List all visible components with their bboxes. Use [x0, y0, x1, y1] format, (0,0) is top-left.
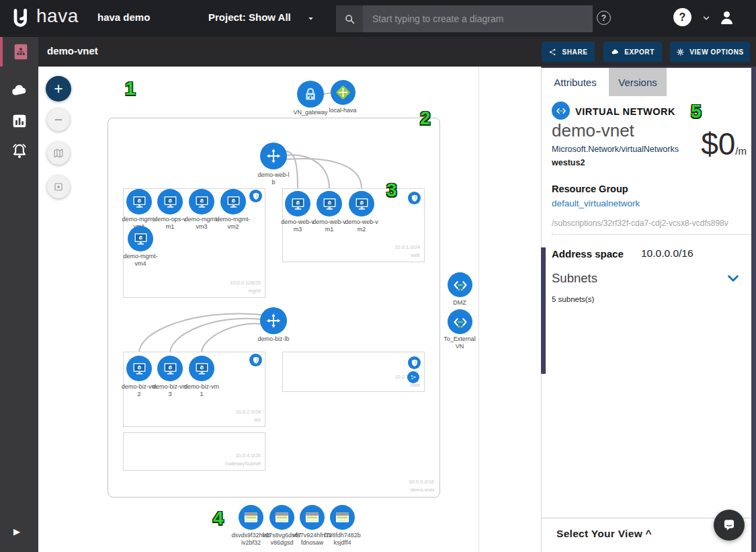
zoom-out-button[interactable]: − [47, 108, 70, 131]
resource-type-label: VIRTUAL NETWORK [575, 106, 675, 117]
vm-node[interactable] [189, 356, 214, 381]
vm-label: demo-ops-vm1 [152, 216, 188, 231]
subnet-data[interactable]: 10.0.3.0/24 data [282, 352, 425, 392]
attributes-panel: Attributes Versions VIRTUAL NETWORK demo… [541, 67, 756, 552]
cloud-export-icon [611, 48, 620, 56]
zoom-out-label: − [54, 112, 62, 128]
vm-label: demo-mgmt-vm2 [215, 216, 251, 231]
vm-icon [132, 230, 150, 248]
annotation-3: 3 [386, 180, 397, 201]
storage-account-node[interactable] [269, 505, 294, 530]
sidebar-expand-icon[interactable]: ▶ [13, 526, 20, 537]
share-button[interactable]: SHARE [542, 42, 595, 62]
vm-node[interactable] [128, 226, 153, 251]
lock-gateway-icon [301, 85, 320, 104]
nsg-shield-icon[interactable] [408, 356, 421, 369]
vm-node[interactable] [157, 356, 183, 381]
biz-cidr: 10.0.2.0/24 [235, 408, 261, 416]
resource-group-link[interactable]: default_virtualnetwork [552, 198, 640, 208]
storage-account-node[interactable] [300, 505, 325, 530]
vm-icon [130, 193, 149, 211]
fit-view-button[interactable] [47, 175, 70, 198]
biz-lb-node[interactable] [260, 307, 287, 334]
annotation-1: 1 [125, 78, 136, 100]
vm-icon [353, 195, 371, 213]
create-diagram-search-input[interactable] [363, 5, 593, 32]
project-selector[interactable]: Project: Show All [208, 11, 291, 23]
load-balancer-icon [264, 147, 283, 165]
annotation-4: 4 [213, 508, 224, 529]
gatewaysubnet-cidr: 10.0.4.0/24 [225, 452, 261, 460]
address-space-value: 10.0.0.0/16 [641, 247, 694, 260]
vm-node[interactable] [157, 189, 183, 214]
help-filled-icon[interactable]: ? [673, 8, 691, 26]
tab-versions[interactable]: Versions [609, 68, 667, 96]
account-chevron-icon[interactable] [702, 13, 711, 23]
subscription-path: /subscriptions/32rf32f-cda7-cdj2-vcsx8-v… [552, 219, 753, 235]
dmz-label: DMZ [442, 299, 478, 307]
map-view-button[interactable] [47, 142, 70, 165]
web-cidr-label: 10.0.1.0/24 web [394, 243, 420, 260]
diagram-canvas[interactable]: + − VN_gateway local-hava 10.0.0.0/16 de… [38, 67, 541, 552]
search-icon [343, 12, 357, 26]
sidebar-item-environments[interactable] [0, 76, 38, 106]
web-lb-node[interactable] [260, 143, 287, 169]
external-vnet-label: To_External VN [439, 336, 480, 350]
vm-icon [289, 195, 307, 213]
vm-node[interactable] [126, 356, 152, 381]
subnet-gateway[interactable]: 10.0.4.0/24 GatewaySubnet [123, 432, 265, 471]
resource-type-path: Microsoft.Network/virtualNetworks [552, 145, 679, 154]
web-name: web [394, 251, 420, 260]
storage-icon [273, 508, 291, 526]
subnets-count: 5 subnets(s) [552, 295, 594, 303]
vm-node[interactable] [317, 191, 342, 216]
cost-value: $0 [701, 128, 735, 159]
vm-icon [130, 360, 149, 378]
share-button-label: SHARE [562, 48, 587, 56]
storage-account-node[interactable] [239, 505, 263, 530]
external-vnet-node[interactable] [448, 309, 472, 334]
nsg-shield-icon[interactable] [249, 354, 262, 366]
virtual-network-icon [451, 276, 470, 294]
vm-node[interactable] [349, 191, 374, 216]
view-options-button[interactable]: VIEW OPTIONS [670, 42, 750, 62]
storage-account-node[interactable] [330, 505, 355, 530]
nsg-shield-icon[interactable] [408, 192, 421, 204]
vm-node[interactable] [126, 189, 152, 214]
vertical-scrollbar[interactable] [751, 67, 756, 552]
route-table-icon[interactable] [407, 371, 419, 383]
help-outline-icon[interactable]: ? [597, 11, 611, 25]
top-navbar: hava hava demo Project: Show All ? ? [0, 0, 756, 37]
web-cidr: 10.0.1.0/24 [394, 243, 420, 251]
vm-icon [161, 193, 179, 211]
select-view-toggle[interactable]: Select Your View ^ [556, 528, 652, 540]
panel-scrollbar[interactable] [541, 247, 546, 374]
biz-name: biz [235, 416, 261, 424]
subnets-collapse-chevron-icon[interactable] [724, 270, 742, 287]
sidebar-item-reports[interactable] [0, 106, 38, 136]
dmz-vnet-node[interactable] [448, 272, 472, 297]
vm-icon [224, 193, 243, 211]
sidebar-item-diagrams[interactable] [0, 37, 38, 67]
address-space-label: Address space [552, 248, 624, 260]
zoom-in-button[interactable]: + [46, 76, 71, 102]
vm-node[interactable] [189, 189, 214, 214]
vn-gateway-node[interactable] [297, 81, 324, 108]
export-button[interactable]: EXPORT [603, 42, 662, 62]
vm-label: demo-web-vm2 [343, 219, 380, 233]
sidebar-item-alerts[interactable] [0, 136, 38, 166]
vm-node[interactable] [220, 189, 246, 214]
chat-widget-button[interactable] [714, 510, 745, 541]
search-button[interactable] [336, 5, 363, 32]
load-balancer-icon [264, 311, 283, 330]
user-avatar-icon[interactable] [718, 9, 736, 27]
cost-unit: /m [735, 145, 747, 159]
project-caret-icon[interactable] [306, 14, 315, 23]
nsg-shield-icon[interactable] [249, 190, 262, 202]
gatewaysubnet-cidr-label: 10.0.4.0/24 GatewaySubnet [225, 452, 261, 468]
diagram-doc-icon [10, 41, 32, 63]
local-hava-node[interactable] [331, 80, 355, 105]
tab-attributes[interactable]: Attributes [542, 68, 609, 96]
biz-lb-label: demo-biz-lb [248, 336, 299, 343]
vm-node[interactable] [285, 191, 310, 216]
